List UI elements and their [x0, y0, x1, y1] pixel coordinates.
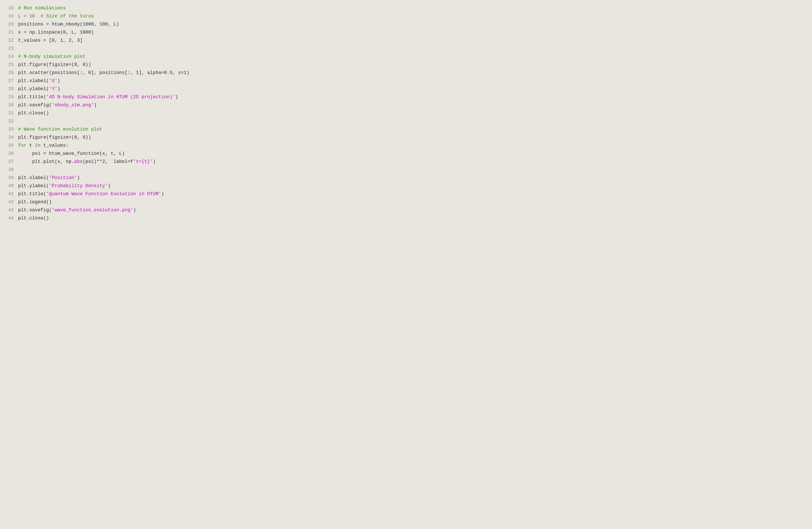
- code-line: 40plt.ylabel('Probability Density'): [6, 182, 806, 190]
- line-number: 38: [6, 166, 18, 174]
- code-line: 42plt.legend(): [6, 198, 806, 206]
- token: ): [133, 207, 136, 213]
- line-content: plt.title('Quantum Wave Function Evoluti…: [18, 190, 164, 198]
- token: plt.savefig(: [18, 207, 52, 213]
- line-number: 41: [6, 190, 18, 198]
- token: plt.close(): [18, 216, 49, 221]
- code-line: 19L = 10 # Size of the torus: [6, 12, 806, 20]
- code-line: 44plt.close(): [6, 214, 806, 222]
- line-content: plt.figure(figsize=(8, 6)): [18, 133, 91, 142]
- line-number: 43: [6, 206, 18, 214]
- token: 'Probability Density': [49, 183, 108, 189]
- code-line: 35for t in t_values:: [6, 142, 806, 150]
- code-line: 33# Wave function evolution plot: [6, 126, 806, 133]
- token: 'Position': [49, 175, 77, 180]
- token: ): [57, 86, 60, 92]
- line-content: t_values = [0, 1, 2, 3]: [18, 36, 83, 45]
- token: plt.close(): [18, 111, 49, 116]
- token: plt.ylabel(: [18, 183, 49, 189]
- line-number: 36: [6, 150, 18, 158]
- code-line: 31plt.close(): [6, 109, 806, 117]
- line-number: 22: [6, 36, 18, 45]
- token: plt.xlabel(: [18, 78, 49, 84]
- token: (psi)**2, label=f: [83, 159, 133, 164]
- token: # Size of the torus: [41, 14, 94, 19]
- code-line: 41plt.title('Quantum Wave Function Evolu…: [6, 190, 806, 198]
- line-content: plt.xlabel('X'): [18, 77, 60, 85]
- token: plt.ylabel(: [18, 86, 49, 92]
- token: ): [161, 191, 164, 197]
- token: 'Quantum Wave Function Evolution in HTUM…: [46, 191, 161, 197]
- code-line: 18# Run simulations: [6, 4, 806, 12]
- line-content: plt.legend(): [18, 198, 52, 206]
- token: plt.scatter(positions[:, 0], positions[:…: [18, 70, 189, 75]
- line-number: 27: [6, 77, 18, 85]
- line-content: L = 10 # Size of the torus: [18, 12, 94, 20]
- line-content: plt.savefig('wave_function_evolution.png…: [18, 206, 136, 214]
- code-line: 36 psi = htum_wave_function(x, t, L): [6, 150, 806, 158]
- token: t_values = [0, 1, 2, 3]: [18, 38, 83, 43]
- line-content: # Wave function evolution plot: [18, 126, 102, 133]
- line-number: 20: [6, 20, 18, 29]
- line-number: 18: [6, 4, 18, 12]
- code-line: 23: [6, 45, 806, 53]
- line-number: 26: [6, 69, 18, 77]
- line-number: 32: [6, 117, 18, 126]
- line-content: for t in t_values:: [18, 142, 69, 150]
- line-number: 25: [6, 61, 18, 69]
- code-line: 37 plt.plot(x, np.abs(psi)**2, label=f't…: [6, 158, 806, 166]
- token: ): [175, 94, 178, 100]
- line-number: 42: [6, 198, 18, 206]
- token: L = 10: [18, 14, 41, 19]
- token: plt.figure(figsize=(8, 6)): [18, 62, 91, 68]
- code-line: 21x = np.linspace(0, L, 1000): [6, 29, 806, 36]
- token: 'nbody_sim.png': [52, 102, 94, 108]
- token: x = np.linspace(0, L, 1000): [18, 30, 94, 35]
- line-content: plt.close(): [18, 214, 49, 222]
- token: t_values:: [41, 143, 69, 148]
- line-number: 40: [6, 182, 18, 190]
- code-line: 32: [6, 117, 806, 126]
- line-content: plt.figure(figsize=(8, 6)): [18, 61, 91, 69]
- line-content: plt.ylabel('Y'): [18, 85, 60, 93]
- line-content: plt.savefig('nbody_sim.png'): [18, 101, 97, 109]
- token: plt.xlabel(: [18, 175, 49, 180]
- code-line: 39plt.xlabel('Position'): [6, 174, 806, 182]
- token: positions = htum_nbody(1000, 100, L): [18, 22, 119, 27]
- code-line: 20positions = htum_nbody(1000, 100, L): [6, 20, 806, 29]
- line-number: 35: [6, 142, 18, 150]
- code-line: 28plt.ylabel('Y'): [6, 85, 806, 93]
- line-number: 34: [6, 133, 18, 142]
- line-number: 19: [6, 12, 18, 20]
- line-content: psi = htum_wave_function(x, t, L): [18, 150, 125, 158]
- code-line: 34plt.figure(figsize=(8, 6)): [6, 133, 806, 142]
- token: ): [94, 102, 97, 108]
- line-content: plt.title('4D N-body Simulation in HTUM …: [18, 93, 178, 101]
- line-content: x = np.linspace(0, L, 1000): [18, 29, 94, 36]
- line-number: 24: [6, 53, 18, 61]
- line-number: 33: [6, 126, 18, 133]
- code-line: 43plt.savefig('wave_function_evolution.p…: [6, 206, 806, 214]
- token: plt.savefig(: [18, 102, 52, 108]
- token: ): [153, 159, 156, 164]
- token: abs: [74, 159, 83, 164]
- token: plt.title(: [18, 94, 46, 100]
- line-number: 39: [6, 174, 18, 182]
- code-line: 27plt.xlabel('X'): [6, 77, 806, 85]
- token: # N-body simulation plot: [18, 54, 86, 59]
- token: in: [35, 143, 40, 148]
- token: 'wave_function_evolution.png': [52, 207, 133, 213]
- token: ): [57, 78, 60, 84]
- line-number: 21: [6, 29, 18, 36]
- token: 'X': [49, 78, 57, 84]
- token: # Run simulations: [18, 5, 66, 11]
- token: ): [108, 183, 111, 189]
- token: plt.legend(): [18, 200, 52, 205]
- line-number: 31: [6, 109, 18, 117]
- token: 't={t}': [133, 159, 153, 164]
- line-content: # Run simulations: [18, 4, 66, 12]
- code-line: 30plt.savefig('nbody_sim.png'): [6, 101, 806, 109]
- line-number: 23: [6, 45, 18, 53]
- line-number: 37: [6, 158, 18, 166]
- line-content: plt.plot(x, np.abs(psi)**2, label=f't={t…: [18, 158, 156, 166]
